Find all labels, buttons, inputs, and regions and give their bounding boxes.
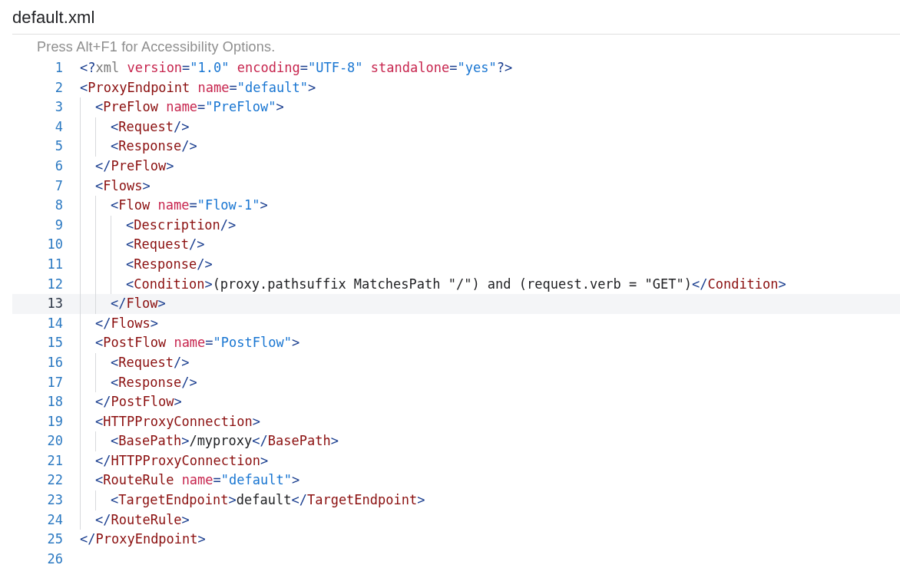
code-line[interactable]: 6</PreFlow> [12,157,900,177]
indent-guide [95,373,111,393]
indent-guide [95,117,111,137]
token-tag: BasePath [118,433,181,448]
token-punct: = [205,335,213,350]
code-line[interactable]: 12<Condition>(proxy.pathsuffix MatchesPa… [12,275,900,295]
code-content[interactable]: <HTTPProxyConnection> [80,412,260,432]
code-content[interactable]: <RouteRule name="default"> [80,471,299,491]
token-punct: > [157,296,165,311]
code-line[interactable]: 1<?xml version="1.0" encoding="UTF-8" st… [12,58,900,78]
code-content[interactable]: </ProxyEndpoint> [80,530,206,550]
token-punct: < [126,276,134,292]
token-tag: Request [134,236,189,252]
code-content[interactable]: <Request/> [80,235,204,255]
code-line[interactable]: 3<PreFlow name="PreFlow"> [12,97,900,117]
code-content[interactable]: <Request/> [80,353,189,373]
token-punct: > [182,512,190,527]
token-tag: RouteRule [111,512,181,527]
code-content[interactable]: <Condition>(proxy.pathsuffix MatchesPath… [80,275,786,295]
code-line[interactable]: 23<TargetEndpoint>default</TargetEndpoin… [12,491,900,510]
indent-guide [80,216,95,236]
token-tag: PostFlow [111,394,174,409]
code-content[interactable]: </Flow> [80,294,166,314]
code-content[interactable]: <Request/> [80,117,189,137]
code-line[interactable]: 11<Response/> [12,255,900,275]
code-line[interactable]: 24</RouteRule> [12,510,900,530]
token-tag: Response [118,375,181,390]
token-punct: </ [111,296,126,311]
code-line[interactable]: 14</Flows> [12,314,900,334]
code-line[interactable]: 15<PostFlow name="PostFlow"> [12,333,900,353]
code-content[interactable]: <?xml version="1.0" encoding="UTF-8" sta… [80,58,512,78]
token-punct: < [126,217,134,233]
token-punct: /> [181,375,197,390]
indent-guide [95,294,111,314]
code-content[interactable]: </PreFlow> [80,157,174,177]
code-content[interactable]: <TargetEndpoint>default</TargetEndpoint> [80,491,425,510]
code-line[interactable]: 4<Request/> [12,117,900,137]
token-punct: < [95,414,103,429]
code-line[interactable]: 8<Flow name="Flow-1"> [12,196,900,216]
line-number: 14 [12,314,80,334]
code-line[interactable]: 10<Request/> [12,235,900,255]
code-line[interactable]: 21</HTTPProxyConnection> [12,451,900,471]
line-number: 25 [12,530,80,550]
indent-guide [80,294,95,314]
indent-guide [80,177,95,197]
line-number: 10 [12,235,80,255]
code-content[interactable]: <PreFlow name="PreFlow"> [80,97,284,117]
token-punct: < [111,375,118,390]
code-content[interactable]: </RouteRule> [80,510,190,530]
token-punct: = [230,80,237,95]
token-punct: < [95,178,103,193]
code-content[interactable]: <Description/> [80,216,236,236]
code-line[interactable]: 26 [12,550,900,570]
code-line[interactable]: 2<ProxyEndpoint name="default"> [12,78,900,98]
token-text: (proxy.pathsuffix MatchesPath "/") and (… [213,276,692,292]
code-content[interactable]: </HTTPProxyConnection> [80,451,268,471]
line-number: 3 [12,97,80,117]
accessibility-hint: Press Alt+F1 for Accessibility Options. [12,35,900,58]
token-attrval: "default" [221,472,292,487]
token-tag: Request [118,119,174,134]
code-content[interactable]: <BasePath>/myproxy</BasePath> [80,431,339,451]
token-punct: > [166,158,174,173]
line-number: 13 [12,294,80,314]
token-tag: Description [134,217,220,233]
token-attrname: name [174,335,205,350]
indent-guide [80,235,95,255]
code-content[interactable]: <Flows> [80,177,151,197]
code-content[interactable]: </PostFlow> [80,392,182,412]
token-punct: /> [189,236,204,252]
code-line[interactable]: 25</ProxyEndpoint> [12,530,900,550]
token-punct: > [331,433,339,448]
code-content[interactable]: <Response/> [80,255,213,275]
code-line[interactable]: 18</PostFlow> [12,392,900,412]
code-content[interactable]: </Flows> [80,314,158,334]
code-editor[interactable]: 1<?xml version="1.0" encoding="UTF-8" st… [12,58,900,569]
code-line[interactable]: 17<Response/> [12,373,900,393]
token-punct: > [229,492,237,507]
token-attrname: standalone [371,60,449,75]
code-line[interactable]: 20<BasePath>/myproxy</BasePath> [12,431,900,451]
token-punct: > [253,414,260,429]
token-punct: < [95,472,103,487]
token-punct: > [292,472,299,487]
code-content[interactable]: <PostFlow name="PostFlow"> [80,333,299,353]
code-content[interactable]: <Response/> [80,137,197,157]
code-line[interactable]: 5<Response/> [12,137,900,157]
token-punct: < [80,80,88,95]
line-number: 12 [12,275,80,295]
code-line[interactable]: 9<Description/> [12,216,900,236]
line-number: 9 [12,216,80,236]
code-line[interactable]: 7<Flows> [12,177,900,197]
code-content[interactable]: <Response/> [80,373,197,393]
code-content[interactable]: <ProxyEndpoint name="default"> [80,78,316,98]
token-attrname: name [157,197,189,213]
code-line[interactable]: 13</Flow> [12,294,900,314]
code-line[interactable]: 19<HTTPProxyConnection> [12,412,900,432]
code-line[interactable]: 22<RouteRule name="default"> [12,471,900,491]
code-line[interactable]: 16<Request/> [12,353,900,373]
token-punct: /> [197,256,212,272]
token-tag: Response [134,256,197,272]
code-content[interactable]: <Flow name="Flow-1"> [80,196,268,216]
